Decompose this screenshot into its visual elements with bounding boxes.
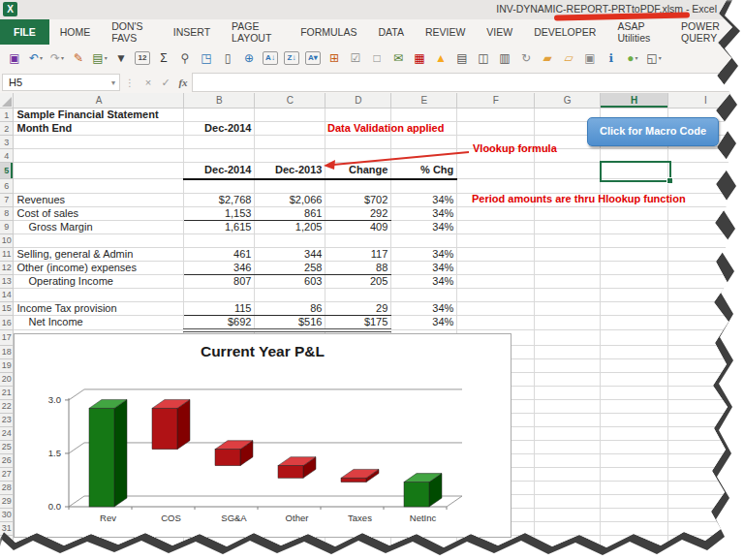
zoom-selection-icon[interactable]: ◳ (196, 48, 217, 68)
cell-H29[interactable] (601, 494, 668, 508)
row-header-7[interactable]: 7 (0, 193, 14, 206)
cell-C10[interactable] (255, 233, 326, 247)
cell-C14[interactable] (255, 288, 326, 301)
cell-H18[interactable] (601, 345, 668, 358)
tab-file[interactable]: FILE (0, 19, 49, 45)
tab-data[interactable]: DATA (367, 19, 414, 45)
cell-B9[interactable]: 1,615 (184, 220, 255, 233)
sort-desc-icon[interactable]: Z↓ (284, 51, 299, 65)
refresh-icon[interactable]: ↻ (515, 48, 537, 68)
cell-E16[interactable]: 34% (391, 315, 457, 330)
cell-G9[interactable] (535, 220, 601, 233)
pnl-chart[interactable]: Current Year P&L 0.01.53.0RevCOSSG&AOthe… (14, 333, 512, 538)
cell-A16[interactable]: Net Income (14, 315, 184, 330)
cell-D13[interactable]: 205 (326, 274, 391, 288)
row-header-33[interactable]: 33 (0, 548, 14, 560)
cell-E14[interactable] (391, 288, 457, 301)
cell-B7[interactable]: $2,768 (184, 193, 255, 206)
cell-A10[interactable] (14, 233, 184, 247)
cell-C1[interactable] (255, 109, 326, 122)
row-header-21[interactable]: 21 (0, 386, 14, 399)
cell-C13[interactable]: 603 (255, 274, 326, 288)
page-break-icon[interactable]: ▯ (217, 48, 238, 68)
cell-B13[interactable]: 807 (184, 274, 255, 288)
cell-I24[interactable] (668, 426, 744, 440)
cell-F10[interactable] (457, 233, 535, 247)
cell-A5[interactable] (14, 163, 184, 179)
cell-E11[interactable]: 34% (391, 247, 457, 261)
cell-H17[interactable] (601, 330, 668, 346)
cell-A6[interactable] (14, 179, 184, 194)
tab-review[interactable]: REVIEW (415, 19, 476, 45)
cell-D16[interactable]: $175 (326, 315, 391, 330)
cell-B14[interactable] (184, 288, 255, 301)
cell-I28[interactable] (668, 481, 744, 494)
autosum-icon[interactable]: Σ (153, 48, 174, 68)
cell-C4[interactable] (255, 149, 326, 163)
tab-view[interactable]: VIEW (476, 19, 523, 45)
cell-B15[interactable]: 115 (184, 301, 255, 315)
cell-D12[interactable]: 88 (326, 261, 391, 274)
row-header-25[interactable]: 25 (0, 440, 14, 453)
row-header-24[interactable]: 24 (0, 426, 14, 440)
cell-G25[interactable] (535, 440, 601, 453)
cell-G23[interactable] (535, 413, 601, 426)
row-header-17[interactable]: 17 (0, 330, 14, 346)
cell-F11[interactable] (457, 247, 535, 261)
row-header-13[interactable]: 13 (0, 274, 14, 288)
row-header-3[interactable]: 3 (0, 136, 14, 149)
cell-C2[interactable] (255, 122, 326, 136)
cell-I18[interactable] (668, 345, 744, 358)
open-folder-icon[interactable]: ▰ (537, 48, 558, 68)
column-header-G[interactable]: G (535, 93, 601, 109)
cell-G14[interactable] (535, 288, 601, 301)
cell-I20[interactable] (668, 372, 744, 386)
cell-H26[interactable] (601, 453, 668, 467)
row-header-4[interactable]: 4 (0, 149, 14, 163)
row-header-27[interactable]: 27 (0, 467, 14, 481)
redo-icon[interactable]: ↷▾ (46, 48, 68, 68)
tab-insert[interactable]: INSERT (163, 19, 221, 45)
formula-input[interactable] (192, 73, 742, 92)
cell-I21[interactable] (668, 386, 744, 399)
calendar-icon[interactable]: ▦ (409, 48, 430, 68)
cell-G17[interactable] (535, 330, 601, 346)
enter-icon[interactable]: ✓ (157, 77, 174, 89)
cell-G20[interactable] (535, 372, 601, 386)
column-header-C[interactable]: C (255, 93, 326, 109)
cell-C12[interactable]: 258 (255, 261, 326, 274)
hyperlink-icon[interactable]: ⊕ (238, 48, 260, 68)
print-settings-icon[interactable]: ▥ (494, 48, 515, 68)
cell-A8[interactable]: Cost of sales (14, 206, 184, 220)
cell-E15[interactable]: 34% (391, 301, 457, 315)
undo-icon[interactable]: ↶▾ (25, 48, 46, 68)
cell-I11[interactable] (668, 247, 744, 261)
find-icon[interactable]: ⚲ (174, 48, 196, 68)
cell-C16[interactable]: $516 (255, 315, 326, 330)
cell-F1[interactable] (457, 109, 535, 122)
cell-C9[interactable]: 1,205 (255, 220, 326, 233)
cell-C11[interactable]: 344 (255, 247, 326, 261)
cell-A14[interactable] (14, 288, 184, 301)
cell-I5[interactable] (668, 163, 744, 179)
row-header-28[interactable]: 28 (0, 481, 14, 494)
row-header-14[interactable]: 14 (0, 288, 14, 301)
cell-G21[interactable] (535, 386, 601, 399)
cell-G6[interactable] (535, 179, 601, 194)
cell-C7[interactable]: $2,066 (255, 193, 326, 206)
cell-H12[interactable] (601, 261, 668, 274)
cell-H16[interactable] (601, 315, 668, 330)
cell-H31[interactable] (601, 521, 668, 535)
cell-I17[interactable] (668, 330, 744, 346)
cell-H21[interactable] (601, 386, 668, 399)
cell-G10[interactable] (535, 233, 601, 247)
cell-C3[interactable] (255, 136, 326, 149)
cell-A4[interactable] (14, 149, 184, 163)
cell-H25[interactable] (601, 440, 668, 453)
cell-G26[interactable] (535, 453, 601, 467)
cell-F13[interactable] (457, 274, 535, 288)
screen-options-icon[interactable]: ●▾ (622, 48, 643, 68)
cell-H13[interactable] (601, 274, 668, 288)
column-header-D[interactable]: D (326, 93, 391, 109)
filter-icon[interactable]: ▼ (110, 48, 132, 68)
